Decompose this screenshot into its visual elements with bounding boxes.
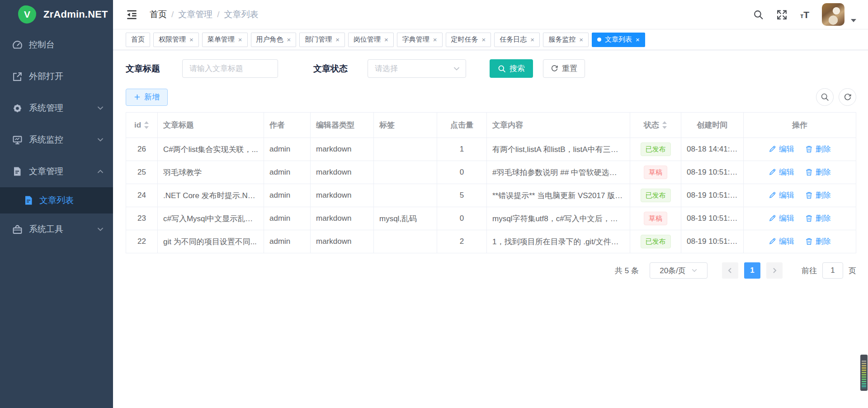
tab-label: 首页 — [131, 35, 145, 44]
fullscreen-icon[interactable] — [776, 9, 788, 20]
gear-icon — [12, 103, 23, 114]
tab-首页[interactable]: 首页 — [126, 33, 150, 47]
column-header-inner: 文章标题 — [163, 120, 194, 130]
tab-close-icon[interactable]: × — [238, 36, 242, 43]
status-badge: 草稿 — [644, 212, 667, 225]
page-unit-label: 页 — [849, 266, 856, 276]
column-label: id — [134, 121, 141, 130]
delete-link[interactable]: 删除 — [805, 213, 831, 223]
tab-close-icon[interactable]: × — [579, 36, 583, 43]
refresh-icon-button[interactable] — [839, 88, 856, 106]
reset-button[interactable]: 重置 — [543, 59, 585, 78]
select-placeholder: 请选择 — [375, 63, 398, 74]
sidebar-subitem-label: 文章列表 — [39, 195, 74, 206]
tab-字典管理[interactable]: 字典管理× — [397, 33, 443, 47]
tab-close-icon[interactable]: × — [530, 36, 534, 43]
search-button[interactable]: 搜索 — [490, 59, 533, 78]
tab-岗位管理[interactable]: 岗位管理× — [348, 33, 394, 47]
table-header-row: id文章标题作者编辑器类型标签点击量文章内容状态创建时间操作 — [126, 113, 856, 138]
search-icon[interactable] — [753, 9, 764, 20]
page-size-select[interactable]: 20条/页 — [650, 262, 708, 279]
document-icon — [24, 195, 33, 205]
pagination-total: 共 5 条 — [615, 266, 639, 276]
status-badge: 已发布 — [641, 235, 671, 248]
tab-close-icon[interactable]: × — [189, 36, 193, 43]
font-size-icon[interactable]: тT — [800, 10, 809, 19]
edit-link[interactable]: 编辑 — [769, 144, 794, 154]
cell-content: 1，找到项目所在目录下的 .git/文件夹，进入.git/... — [487, 230, 630, 253]
toolbox-icon — [12, 224, 23, 235]
delete-link[interactable]: 删除 — [805, 167, 831, 177]
tab-close-icon[interactable]: × — [335, 36, 340, 43]
sort-caret-icon[interactable] — [144, 121, 149, 129]
next-page-button[interactable] — [766, 262, 783, 279]
external-link-icon — [12, 71, 23, 82]
delete-label: 删除 — [816, 213, 831, 223]
column-header-id[interactable]: id — [126, 113, 158, 138]
add-button[interactable]: 新增 — [126, 89, 168, 106]
tab-用户角色[interactable]: 用户角色× — [251, 33, 297, 47]
column-label: 点击量 — [450, 120, 473, 130]
edit-label: 编辑 — [779, 236, 794, 247]
tab-任务日志[interactable]: 任务日志× — [494, 33, 540, 47]
goto-page-input[interactable] — [822, 262, 843, 279]
dashboard-icon — [12, 39, 23, 50]
tab-close-icon[interactable]: × — [433, 36, 437, 43]
cell-tags — [374, 161, 437, 184]
delete-link[interactable]: 删除 — [805, 144, 831, 154]
tab-权限管理[interactable]: 权限管理× — [153, 33, 199, 47]
sidebar-item-系统监控[interactable]: 系统监控 — [0, 124, 113, 156]
page-number-button[interactable]: 1 — [744, 262, 760, 279]
cell-clicks: 0 — [437, 161, 487, 184]
avatar-dropdown-caret-icon[interactable] — [851, 19, 856, 22]
column-header-inner: 状态 — [644, 120, 667, 130]
column-header-title: 文章标题 — [158, 113, 264, 138]
delete-link[interactable]: 删除 — [805, 236, 831, 247]
article-title-input[interactable] — [182, 59, 278, 78]
breadcrumb-parent[interactable]: 文章管理 — [178, 9, 212, 20]
sidebar-item-系统工具[interactable]: 系统工具 — [0, 213, 113, 245]
delete-label: 删除 — [816, 190, 831, 200]
breadcrumb-home[interactable]: 首页 — [150, 9, 167, 20]
sidebar-item-外部打开[interactable]: 外部打开 — [0, 61, 113, 92]
article-title-label: 文章标题 — [126, 63, 182, 75]
edit-link[interactable]: 编辑 — [769, 236, 794, 247]
edit-link[interactable]: 编辑 — [769, 167, 794, 177]
edit-link[interactable]: 编辑 — [769, 213, 794, 223]
avatar[interactable] — [822, 3, 844, 26]
sidebar-item-系统管理[interactable]: 系统管理 — [0, 92, 113, 124]
sidebar-subitem-文章列表[interactable]: 文章列表 — [0, 187, 113, 213]
sort-caret-icon[interactable] — [662, 121, 667, 129]
sidebar-collapse-icon[interactable] — [126, 9, 138, 21]
article-status-select[interactable]: 请选择 — [368, 59, 466, 78]
breadcrumb-current: 文章列表 — [224, 9, 259, 20]
tab-close-icon[interactable]: × — [482, 36, 486, 43]
table-row: 26C#两个list集合实现关联，...adminmarkdown1有两个lis… — [126, 138, 856, 161]
cell-editor: markdown — [311, 138, 374, 161]
sidebar-item-控制台[interactable]: 控制台 — [0, 29, 113, 61]
status-badge: 草稿 — [644, 166, 667, 179]
column-header-actions: 操作 — [744, 113, 856, 138]
prev-page-button[interactable] — [722, 262, 738, 279]
tab-close-icon[interactable]: × — [636, 36, 640, 43]
tab-服务监控[interactable]: 服务监控× — [543, 33, 589, 47]
tab-close-icon[interactable]: × — [287, 36, 291, 43]
page-size-value: 20条/页 — [660, 266, 686, 276]
show-search-icon-button[interactable] — [816, 88, 834, 106]
tab-label: 服务监控 — [548, 35, 576, 44]
sidebar-item-文章管理[interactable]: 文章管理 — [0, 156, 113, 187]
tab-close-icon[interactable]: × — [384, 36, 388, 43]
edit-link[interactable]: 编辑 — [769, 190, 794, 200]
tab-部门管理[interactable]: 部门管理× — [299, 33, 345, 47]
column-header-clicks: 点击量 — [437, 113, 487, 138]
cell-created: 08-18 14:41:36 — [681, 138, 744, 161]
tab-文章列表[interactable]: 文章列表× — [592, 33, 645, 47]
column-header-status[interactable]: 状态 — [630, 113, 681, 138]
tab-定时任务[interactable]: 定时任务× — [446, 33, 491, 47]
tab-菜单管理[interactable]: 菜单管理× — [202, 33, 248, 47]
cell-created: 08-19 10:51:22 — [681, 230, 744, 253]
app-logo[interactable]: V ZrAdmin.NET — [0, 0, 113, 29]
scroll-minimap[interactable] — [860, 355, 868, 391]
delete-link[interactable]: 删除 — [805, 190, 831, 200]
minimap-stripes — [862, 361, 866, 388]
